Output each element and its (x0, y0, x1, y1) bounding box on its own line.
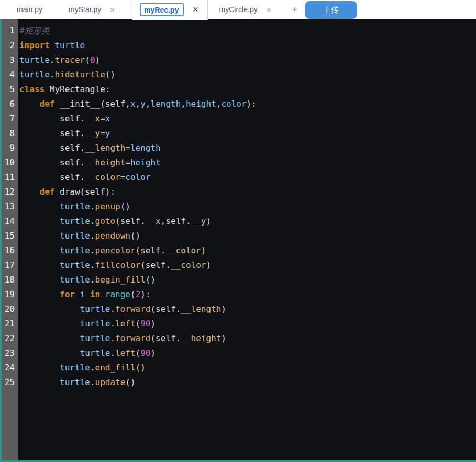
code-line: for i in range(2): (19, 287, 476, 302)
close-icon[interactable]: × (191, 4, 200, 15)
line-number: 24 (2, 360, 15, 375)
line-number: 14 (2, 214, 15, 229)
line-number: 21 (2, 317, 15, 331)
new-tab-button[interactable]: + (290, 5, 299, 14)
line-number: 20 (2, 302, 15, 317)
code-line: turtle.begin_fill() (19, 273, 476, 287)
editor-app: main.py myStar.py × × myCircle.py × + 上传… (0, 0, 476, 462)
close-icon[interactable]: × (265, 5, 273, 14)
code-area[interactable]: #矩形类import turtleturtle.tracer(0)turtle.… (18, 19, 476, 460)
line-number: 22 (2, 331, 15, 346)
line-number: 19 (2, 287, 15, 302)
code-line: turtle.fillcolor(self.__color) (19, 258, 476, 273)
tab-main-py[interactable]: main.py (15, 0, 45, 19)
code-line: turtle.goto(self.__x,self.__y) (19, 214, 476, 229)
code-line: turtle.hideturtle() (19, 67, 476, 82)
line-number: 13 (2, 199, 15, 214)
line-number: 1 (2, 24, 15, 38)
line-number: 7 (2, 111, 15, 126)
code-line: self.__x=x (19, 111, 476, 126)
code-line: self.__length=length (19, 141, 476, 155)
line-number: 17 (2, 258, 15, 273)
line-number: 15 (2, 229, 15, 243)
code-line: turtle.left(90) (19, 346, 476, 360)
tab-label: myStar.py (67, 5, 103, 14)
close-icon[interactable]: × (108, 5, 116, 14)
code-line: turtle.pendown() (19, 229, 476, 243)
line-number: 18 (2, 273, 15, 287)
line-number: 25 (2, 375, 15, 390)
code-line: turtle.tracer(0) (19, 53, 476, 67)
line-number: 12 (2, 185, 15, 199)
line-number: 11 (2, 170, 15, 185)
code-line: turtle.forward(self.__length) (19, 302, 476, 317)
line-number: 23 (2, 346, 15, 360)
code-line: def draw(self): (19, 185, 476, 199)
line-number: 2 (2, 38, 15, 53)
code-line: self.__height=height (19, 155, 476, 170)
line-number: 16 (2, 243, 15, 258)
code-line: turtle.update() (19, 375, 476, 390)
tab-mystar-py[interactable]: myStar.py × (67, 0, 116, 19)
code-line: turtle.left(90) (19, 317, 476, 331)
tab-label: main.py (15, 5, 45, 14)
line-number: 6 (2, 97, 15, 111)
code-line: def __init__(self,x,y,length,height,colo… (19, 97, 476, 111)
tab-bar: main.py myStar.py × × myCircle.py × + 上传 (0, 0, 476, 19)
tab-label: myCircle.py (217, 5, 260, 14)
line-number: 10 (2, 155, 15, 170)
line-number: 8 (2, 126, 15, 141)
line-number: 9 (2, 141, 15, 155)
line-number-gutter: 1234567891011121314151617181920212223242… (2, 19, 18, 460)
upload-button[interactable]: 上传 (305, 1, 357, 19)
code-line: self.__y=y (19, 126, 476, 141)
code-line: turtle.forward(self.__height) (19, 331, 476, 346)
tab-rename-input[interactable] (140, 3, 184, 16)
tab-mycircle-py[interactable]: myCircle.py × (217, 0, 273, 19)
line-number: 3 (2, 53, 15, 67)
code-line: #矩形类 (19, 24, 476, 38)
code-line: turtle.end_fill() (19, 360, 476, 375)
line-number: 5 (2, 82, 15, 97)
code-line: turtle.pencolor(self.__color) (19, 243, 476, 258)
code-line: import turtle (19, 38, 476, 53)
code-line: class MyRectangle: (19, 82, 476, 97)
code-line: self.__color=color (19, 170, 476, 185)
line-number: 4 (2, 67, 15, 82)
tab-myrec-py-active[interactable]: × (132, 0, 208, 20)
code-editor: 1234567891011121314151617181920212223242… (0, 19, 476, 462)
code-line: turtle.penup() (19, 199, 476, 214)
